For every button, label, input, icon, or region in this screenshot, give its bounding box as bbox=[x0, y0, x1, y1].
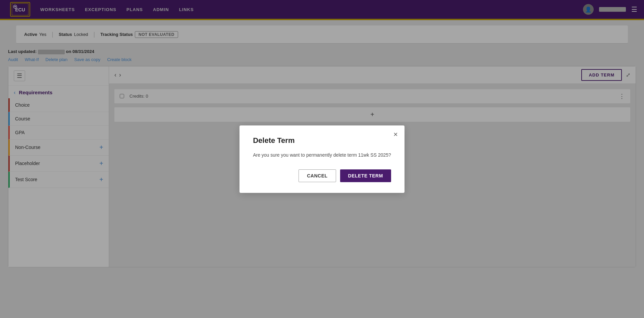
modal-close-button[interactable]: × bbox=[393, 131, 398, 138]
modal-title: Delete Term bbox=[253, 136, 391, 145]
modal-overlay[interactable]: × Delete Term Are you sure you want to p… bbox=[0, 0, 644, 318]
cancel-button[interactable]: CANCEL bbox=[299, 169, 336, 182]
delete-term-modal: × Delete Term Are you sure you want to p… bbox=[239, 125, 405, 193]
modal-actions: CANCEL DELETE TERM bbox=[253, 169, 391, 182]
delete-term-button[interactable]: DELETE TERM bbox=[340, 169, 391, 182]
modal-body: Are you sure you want to permanently del… bbox=[253, 152, 391, 159]
